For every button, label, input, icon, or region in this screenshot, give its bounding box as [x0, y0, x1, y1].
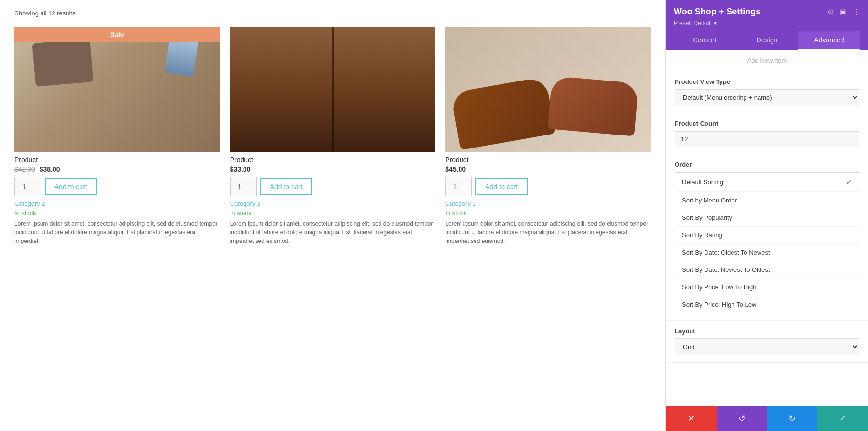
product-card-3: New Product $45.00 Add to cart Category …: [445, 27, 651, 249]
order-label: Order: [675, 161, 859, 168]
add-new-item[interactable]: Add New Item: [666, 50, 868, 71]
product-card-1: Sale New Product $42.00 $38.00 Add to ca…: [14, 27, 220, 249]
product-info-1: Product $42.00 $38.00 Add to cart Catego…: [14, 152, 220, 249]
order-option-rating[interactable]: Sort By Rating: [675, 227, 859, 244]
product-count-section: Product Count: [666, 113, 868, 154]
panel-body: Add New Item Product View Type Default (…: [666, 50, 868, 406]
product-image-3: [445, 27, 651, 152]
product-desc-2: Lorem ipsum dolor sit amet, consectetur …: [230, 219, 436, 245]
product-image-1: [14, 27, 220, 152]
qty-input-2[interactable]: [230, 177, 257, 196]
product-name-2: Product: [230, 156, 436, 163]
order-option-date-new-old-label: Sort By Date: Newest To Oldest: [682, 266, 770, 273]
product-count-label: Product Count: [675, 120, 859, 127]
panel-title-row: Woo Shop + Settings ⊙ ▣ ⋮: [674, 7, 860, 17]
product-desc-1: Lorem ipsum dolor sit amet, consectetur …: [14, 219, 220, 245]
shop-area: Showing all 12 results Sale New Product …: [0, 0, 665, 431]
price-new-1: $38.00: [40, 165, 60, 173]
order-option-default[interactable]: Default Sorting ✓: [675, 173, 859, 192]
layout-select[interactable]: Grid: [675, 338, 859, 355]
order-option-date-old-new[interactable]: Sort By Date: Oldest To Newest: [675, 244, 859, 261]
sale-badge-1: Sale: [14, 27, 220, 42]
order-option-rating-label: Sort By Rating: [682, 231, 722, 239]
layout-icon-btn[interactable]: ▣: [840, 7, 847, 16]
qty-input-1[interactable]: [14, 177, 41, 196]
product-card-2: New Product $33.00 Add to cart Category …: [230, 27, 436, 249]
product-view-type-section: Product View Type Default (Menu ordering…: [666, 71, 868, 113]
order-option-price-low-high-label: Sort By Price: Low To High: [682, 283, 756, 291]
in-stock-1: In stock: [14, 209, 220, 216]
order-option-default-label: Default Sorting: [682, 178, 723, 186]
add-to-cart-btn-2[interactable]: Add to cart: [260, 178, 312, 195]
preset-row: Preset: Default ▾: [674, 20, 860, 27]
product-image-2: [230, 27, 436, 152]
product-image-wrap-1: Sale New: [14, 27, 220, 152]
product-view-type-label: Product View Type: [675, 78, 859, 85]
panel-header: Woo Shop + Settings ⊙ ▣ ⋮ Preset: Defaul…: [666, 0, 868, 50]
order-section: Order Default Sorting ✓ Sort by Menu Ord…: [666, 154, 868, 321]
product-count-input[interactable]: [675, 131, 859, 147]
product-name-3: Product: [445, 156, 651, 163]
tab-design[interactable]: Design: [736, 31, 798, 50]
price-new-3: $45.00: [445, 165, 466, 173]
order-option-menu-order[interactable]: Sort by Menu Order: [675, 192, 859, 209]
order-option-price-high-low-label: Sort By Price: High To Low: [682, 301, 756, 308]
panel-tabs: Content Design Advanced: [674, 31, 860, 50]
add-to-cart-row-3: Add to cart: [445, 177, 651, 196]
order-option-date-new-old[interactable]: Sort By Date: Newest To Oldest: [675, 261, 859, 279]
redo-button[interactable]: ↻: [767, 406, 818, 431]
product-info-2: Product $33.00 Add to cart Category 3 In…: [230, 152, 436, 249]
add-to-cart-btn-1[interactable]: Add to cart: [45, 178, 97, 195]
price-old-1: $42.00: [14, 165, 35, 173]
products-grid: Sale New Product $42.00 $38.00 Add to ca…: [14, 27, 651, 249]
undo-button[interactable]: ↺: [717, 406, 767, 431]
product-price-1: $42.00 $38.00: [14, 165, 220, 173]
product-view-type-select[interactable]: Default (Menu ordering + name): [675, 89, 859, 106]
order-dropdown: Default Sorting ✓ Sort by Menu Order Sor…: [675, 172, 859, 313]
product-image-wrap-2: New: [230, 27, 436, 152]
more-options-btn[interactable]: ⋮: [853, 7, 860, 16]
panel-title: Woo Shop + Settings: [674, 7, 760, 17]
category-link-3[interactable]: Category 2: [445, 200, 651, 207]
order-option-price-high-low[interactable]: Sort By Price: High To Low: [675, 296, 859, 313]
add-to-cart-row-2: Add to cart: [230, 177, 436, 196]
layout-label: Layout: [675, 327, 859, 335]
panel-icons: ⊙ ▣ ⋮: [827, 7, 860, 16]
product-price-2: $33.00: [230, 165, 436, 173]
showing-results: Showing all 12 results: [14, 10, 651, 17]
product-info-3: Product $45.00 Add to cart Category 2 In…: [445, 152, 651, 249]
in-stock-3: In stock: [445, 209, 651, 216]
product-name-1: Product: [14, 156, 220, 163]
product-desc-3: Lorem ipsum dolor sit amet, consectetur …: [445, 219, 651, 245]
panel-footer: ✕ ↺ ↻ ✓: [666, 406, 868, 431]
add-to-cart-row-1: Add to cart: [14, 177, 220, 196]
add-to-cart-btn-3[interactable]: Add to cart: [475, 178, 528, 195]
in-stock-2: In stock: [230, 209, 436, 216]
check-icon: ✓: [846, 177, 852, 187]
order-option-price-low-high[interactable]: Sort By Price: Low To High: [675, 279, 859, 296]
order-option-popularity-label: Sort By Popularity: [682, 214, 732, 221]
order-option-menu-order-label: Sort by Menu Order: [682, 197, 737, 204]
category-link-1[interactable]: Category 1: [14, 200, 220, 207]
layout-section: Layout Grid: [666, 321, 868, 363]
tab-content[interactable]: Content: [674, 31, 736, 50]
qty-input-3[interactable]: [445, 177, 472, 196]
order-option-date-old-new-label: Sort By Date: Oldest To Newest: [682, 249, 770, 256]
tab-advanced[interactable]: Advanced: [798, 31, 860, 50]
target-icon-btn[interactable]: ⊙: [827, 7, 834, 16]
price-new-2: $33.00: [230, 165, 251, 173]
product-image-wrap-3: New: [445, 27, 651, 152]
category-link-2[interactable]: Category 3: [230, 200, 436, 207]
settings-panel: Woo Shop + Settings ⊙ ▣ ⋮ Preset: Defaul…: [665, 0, 868, 431]
cancel-button[interactable]: ✕: [666, 406, 717, 431]
order-option-popularity[interactable]: Sort By Popularity: [675, 209, 859, 227]
product-price-3: $45.00: [445, 165, 651, 173]
save-button[interactable]: ✓: [817, 406, 868, 431]
